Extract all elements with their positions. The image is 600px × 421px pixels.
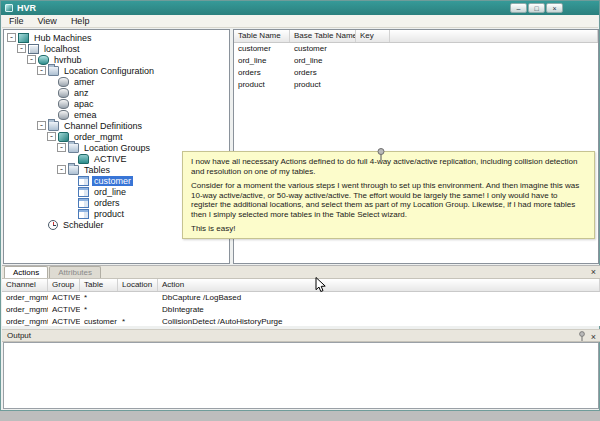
menu-file[interactable]: File	[2, 16, 31, 26]
column-header-action[interactable]: Action	[158, 279, 600, 291]
table-icon	[78, 176, 89, 186]
tree-collapse-toggle[interactable]: -	[27, 55, 36, 64]
tree-item-label: apac	[72, 99, 96, 109]
cell-filler	[419, 292, 600, 304]
tree-item-hub-machines[interactable]: -Hub Machines	[4, 32, 229, 43]
cell	[356, 55, 390, 67]
bottom-tabstrip: Actions Attributes ×	[2, 266, 600, 279]
cell: orders	[290, 67, 356, 79]
tab-attributes[interactable]: Attributes	[49, 266, 101, 278]
location-icon	[58, 88, 69, 98]
cell-filler	[390, 79, 598, 91]
table-row[interactable]: order_mgmtACTIVE*DbCapture /LogBased	[2, 292, 600, 304]
output-title: Output	[7, 331, 31, 340]
caption-buttons: – □ ×	[510, 3, 563, 13]
demo-callout-note: I now have all necessary Actions defined…	[182, 151, 595, 239]
tree-collapse-toggle[interactable]: -	[37, 121, 46, 130]
computer-icon	[28, 44, 39, 54]
tree-item-label: Location Groups	[82, 143, 152, 153]
titlebar[interactable]: HVR – □ ×	[1, 1, 599, 15]
callout-paragraph: Consider for a moment the various steps …	[191, 181, 586, 219]
pin-icon[interactable]	[578, 331, 586, 342]
tree-item-label: localhost	[42, 44, 82, 54]
tree-item-order-mgmt[interactable]: -order_mgmt	[4, 131, 229, 142]
tree-item-emea[interactable]: emea	[4, 109, 229, 120]
table-row[interactable]: productproduct	[234, 79, 598, 91]
tree-item-label: ACTIVE	[92, 154, 129, 164]
table-icon	[78, 209, 89, 219]
cell: order_mgmt	[2, 292, 48, 304]
cell: order_mgmt	[2, 304, 48, 316]
cell	[356, 43, 390, 55]
database-icon	[38, 55, 49, 65]
output-panel: Output ×	[2, 329, 600, 410]
tree-collapse-toggle[interactable]: -	[57, 165, 66, 174]
column-header-table[interactable]: Table	[80, 279, 118, 291]
table-row[interactable]: ordersorders	[234, 67, 598, 79]
table-row[interactable]: ord_lineord_line	[234, 55, 598, 67]
cell: ord_line	[234, 55, 290, 67]
cell: ACTIVE	[48, 292, 80, 304]
table-row[interactable]: customercustomer	[234, 43, 598, 55]
tree-item-apac[interactable]: apac	[4, 98, 229, 109]
pushpin-icon	[375, 147, 387, 162]
actions-grid-body: order_mgmtACTIVE*DbCapture /LogBasedorde…	[2, 292, 600, 328]
cell: product	[234, 79, 290, 91]
tree-item-anz[interactable]: anz	[4, 87, 229, 98]
folder-icon	[48, 66, 59, 76]
callout-paragraph: This is easy!	[191, 224, 586, 234]
cell: ord_line	[290, 55, 356, 67]
tables-grid-body: customercustomerord_lineord_lineordersor…	[234, 43, 598, 91]
tree-collapse-toggle[interactable]: -	[57, 143, 66, 152]
tree-item-label: Channel Definitions	[62, 121, 144, 131]
maximize-button[interactable]: □	[528, 3, 545, 13]
menu-bar: File View Help	[2, 15, 598, 28]
tree-collapse-toggle[interactable]: -	[7, 33, 16, 42]
column-header-group[interactable]: Group	[48, 279, 80, 291]
minimize-button[interactable]: –	[510, 3, 527, 13]
tree-item-amer[interactable]: amer	[4, 76, 229, 87]
window-title: HVR	[17, 3, 36, 13]
table-icon	[78, 198, 89, 208]
location-icon	[58, 99, 69, 109]
cell: DbCapture /LogBased	[158, 292, 419, 304]
actions-panel: Actions Attributes × Channel Group Table…	[2, 265, 600, 326]
column-header-channel[interactable]: Channel	[2, 279, 48, 291]
close-icon[interactable]: ×	[591, 332, 596, 342]
hvr-main-window: HVR – □ × File View Help -Hub Machines-l…	[0, 0, 600, 411]
mouse-cursor	[315, 277, 327, 293]
tree-item-label: orders	[92, 198, 122, 208]
tree-item-channel-definitions[interactable]: -Channel Definitions	[4, 120, 229, 131]
tree-item-label: Hub Machines	[32, 33, 94, 43]
tree-collapse-toggle[interactable]: -	[47, 132, 56, 141]
output-header: Output ×	[2, 329, 600, 342]
tree-item-label: customer	[92, 176, 133, 186]
tree-collapse-toggle[interactable]: -	[17, 44, 26, 53]
column-header-location[interactable]: Location	[118, 279, 158, 291]
actions-grid-header: Channel Group Table Location Action	[2, 279, 600, 292]
cell-filler	[390, 43, 598, 55]
column-header-key[interactable]: Key	[356, 30, 390, 42]
table-row[interactable]: order_mgmtACTIVE*DbIntegrate	[2, 304, 600, 316]
tree-item-hvrhub[interactable]: -hvrhub	[4, 54, 229, 65]
cell: ACTIVE	[48, 304, 80, 316]
column-header-table-name[interactable]: Table Name	[234, 30, 290, 42]
cell: customer	[290, 43, 356, 55]
tree-collapse-toggle[interactable]: -	[37, 66, 46, 75]
hub-icon	[18, 33, 29, 43]
tables-grid-header: Table Name Base Table Name Key	[234, 30, 598, 43]
close-icon[interactable]: ×	[591, 266, 596, 278]
location-icon	[58, 110, 69, 120]
close-button[interactable]: ×	[546, 3, 563, 13]
tree-item-localhost[interactable]: -localhost	[4, 43, 229, 54]
cell	[118, 304, 158, 316]
tree-item-label: hvrhub	[52, 55, 84, 65]
menu-help[interactable]: Help	[64, 16, 97, 26]
app-icon	[5, 4, 13, 12]
tree-item-location-configuration[interactable]: -Location Configuration	[4, 65, 229, 76]
menu-view[interactable]: View	[31, 16, 64, 26]
tab-actions[interactable]: Actions	[4, 266, 48, 278]
cell-filler	[390, 67, 598, 79]
folder-icon	[68, 165, 79, 175]
column-header-base-table-name[interactable]: Base Table Name	[290, 30, 356, 42]
